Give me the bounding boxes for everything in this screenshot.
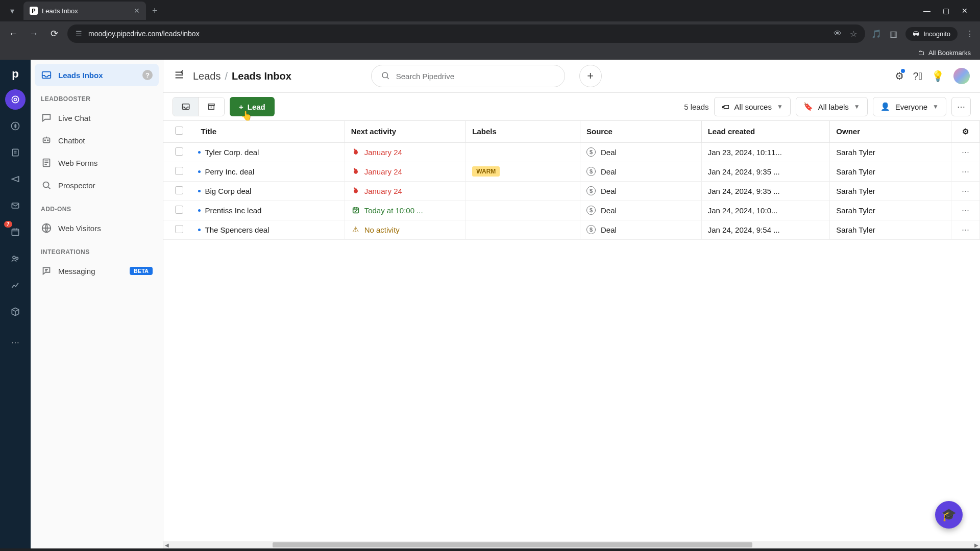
cell-title[interactable]: Perry Inc. deal <box>195 162 345 181</box>
sidebar-leads-inbox[interactable]: Leads Inbox ? <box>35 64 159 86</box>
filter-labels[interactable]: 🔖 All labels ▼ <box>796 97 868 116</box>
rail-activities[interactable]: 7 <box>5 222 26 242</box>
row-checkbox[interactable] <box>163 181 195 201</box>
help-icon[interactable]: ? <box>142 70 153 80</box>
header-owner[interactable]: Owner <box>830 121 951 142</box>
add-lead-button[interactable]: + Lead 👆 <box>230 97 275 116</box>
horizontal-scrollbar[interactable]: ◀ ▶ <box>163 541 980 548</box>
cell-title[interactable]: Big Corp deal <box>195 181 345 201</box>
row-checkbox[interactable] <box>163 162 195 181</box>
url-bar[interactable]: ☰ moodjoy.pipedrive.com/leads/inbox 👁 ☆ <box>67 24 865 43</box>
close-window-icon[interactable]: ✕ <box>962 7 968 15</box>
back-icon[interactable]: ← <box>6 29 20 39</box>
table-row[interactable]: Tyler Corp. deal January 24 $Deal Jan 23… <box>163 142 980 162</box>
cell-source[interactable]: $Deal <box>580 181 702 201</box>
header-title[interactable]: Title <box>195 121 345 142</box>
more-actions-button[interactable]: ⋯ <box>951 97 971 116</box>
row-checkbox[interactable] <box>163 142 195 162</box>
sidepanel-icon[interactable]: ▥ <box>890 29 897 39</box>
minimize-icon[interactable]: — <box>923 7 930 15</box>
rail-more-icon[interactable]: ⋯ <box>5 332 26 353</box>
incognito-badge[interactable]: 🕶 Incognito <box>905 27 958 41</box>
cell-source[interactable]: $Deal <box>580 201 702 220</box>
row-more-button[interactable]: ⋯ <box>951 142 980 162</box>
header-activity[interactable]: Next activity <box>345 121 466 142</box>
header-labels[interactable]: Labels <box>466 121 580 142</box>
rail-campaigns[interactable] <box>5 169 26 189</box>
scroll-thumb[interactable] <box>273 542 752 547</box>
view-archive-button[interactable] <box>199 97 224 116</box>
checkbox-icon[interactable] <box>175 225 183 233</box>
scroll-left-icon[interactable]: ◀ <box>163 542 170 548</box>
cell-activity[interactable]: January 24 <box>345 162 466 181</box>
checkbox-icon[interactable] <box>175 127 183 135</box>
sidebar-web-visitors[interactable]: Web Visitors <box>35 217 159 239</box>
checkbox-icon[interactable] <box>175 186 183 194</box>
forward-icon[interactable]: → <box>27 29 41 39</box>
header-checkbox[interactable] <box>163 121 195 142</box>
new-tab-button[interactable]: + <box>152 6 158 16</box>
rail-deals[interactable] <box>5 116 26 136</box>
cell-title[interactable]: The Spencers deal <box>195 220 345 239</box>
tab-search-icon[interactable]: ▾ <box>4 3 20 19</box>
tab-close-icon[interactable]: ✕ <box>134 7 140 15</box>
column-settings-button[interactable]: ⚙ <box>951 121 980 142</box>
help-icon[interactable]: ?⃝ <box>913 70 922 82</box>
cell-title[interactable]: Tyler Corp. deal <box>195 142 345 162</box>
cell-labels[interactable] <box>466 142 580 162</box>
row-more-button[interactable]: ⋯ <box>951 220 980 239</box>
cell-labels[interactable] <box>466 201 580 220</box>
rail-insights[interactable] <box>5 275 26 295</box>
sidebar-live-chat[interactable]: Live Chat <box>35 107 159 129</box>
rail-products[interactable] <box>5 302 26 322</box>
eye-off-icon[interactable]: 👁 <box>834 29 842 39</box>
cell-activity[interactable]: January 24 <box>345 181 466 201</box>
app-logo-icon[interactable]: p <box>6 65 24 83</box>
cell-activity[interactable]: January 24 <box>345 142 466 162</box>
rail-projects[interactable] <box>5 142 26 163</box>
bookmark-star-icon[interactable]: ☆ <box>850 29 857 39</box>
filter-sources[interactable]: 🏷 All sources ▼ <box>714 97 791 116</box>
rail-leads[interactable] <box>5 89 26 110</box>
cell-activity[interactable]: Today at 10:00 ... <box>345 201 466 220</box>
table-row[interactable]: The Spencers deal ⚠No activity $Deal Jan… <box>163 220 980 239</box>
maximize-icon[interactable]: ▢ <box>943 7 949 15</box>
view-inbox-button[interactable] <box>173 97 199 116</box>
table-row[interactable]: Prentiss Inc lead Today at 10:00 ... $De… <box>163 201 980 220</box>
cell-labels[interactable] <box>466 181 580 201</box>
header-source[interactable]: Source <box>580 121 702 142</box>
breadcrumb-leads[interactable]: Leads <box>193 70 221 82</box>
support-fab[interactable]: 🎓 <box>935 501 963 529</box>
lightbulb-icon[interactable]: 💡 <box>932 70 944 82</box>
cell-title[interactable]: Prentiss Inc lead <box>195 201 345 220</box>
reload-icon[interactable]: ⟳ <box>47 28 61 39</box>
extensions-icon[interactable]: ⚙ <box>895 70 904 82</box>
header-created[interactable]: Lead created <box>701 121 830 142</box>
cell-labels[interactable]: WARM <box>466 162 580 181</box>
browser-tab[interactable]: P Leads Inbox ✕ <box>23 2 146 20</box>
rail-mail[interactable] <box>5 195 26 216</box>
table-row[interactable]: Perry Inc. deal January 24 WARM $Deal Ja… <box>163 162 980 181</box>
table-row[interactable]: Big Corp deal January 24 $Deal Jan 24, 2… <box>163 181 980 201</box>
row-checkbox[interactable] <box>163 201 195 220</box>
row-more-button[interactable]: ⋯ <box>951 181 980 201</box>
sidebar-web-forms[interactable]: Web Forms <box>35 152 159 174</box>
sidebar-prospector[interactable]: Prospector <box>35 174 159 196</box>
cell-source[interactable]: $Deal <box>580 142 702 162</box>
checkbox-icon[interactable] <box>175 206 183 214</box>
media-icon[interactable]: 🎵 <box>871 29 881 39</box>
site-info-icon[interactable]: ☰ <box>76 30 82 38</box>
sidebar-chatbot[interactable]: Chatbot <box>35 129 159 152</box>
search-input[interactable]: Search Pipedrive <box>371 65 565 87</box>
cell-labels[interactable] <box>466 220 580 239</box>
row-checkbox[interactable] <box>163 220 195 239</box>
row-more-button[interactable]: ⋯ <box>951 201 980 220</box>
cell-activity[interactable]: ⚠No activity <box>345 220 466 239</box>
cell-source[interactable]: $Deal <box>580 162 702 181</box>
browser-menu-icon[interactable]: ⋮ <box>966 29 974 39</box>
all-bookmarks-button[interactable]: 🗀 All Bookmarks <box>918 49 971 57</box>
collapse-sidebar-icon[interactable] <box>174 69 185 83</box>
scroll-right-icon[interactable]: ▶ <box>973 542 980 548</box>
user-avatar[interactable] <box>953 68 970 84</box>
row-more-button[interactable]: ⋯ <box>951 162 980 181</box>
